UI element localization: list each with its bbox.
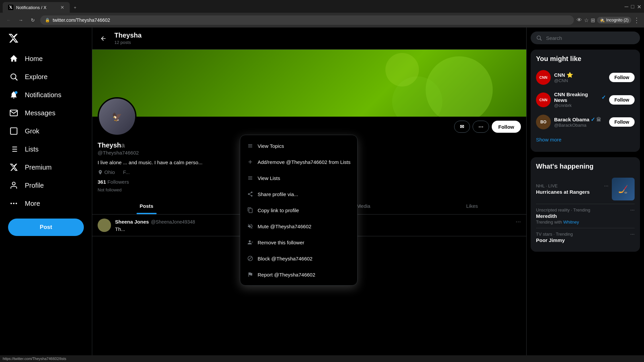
browser-controls: ← → ↻ 🔒 twitter.com/Theysha746602 👁 ☆ ⊞ … bbox=[0, 13, 644, 27]
suggestion-obama-name: Barack Obama ✓ 🏛 bbox=[554, 116, 606, 123]
url-display: twitter.com/Theysha746602 bbox=[53, 17, 110, 23]
more-options-button[interactable]: ⋯ bbox=[473, 121, 489, 133]
menu-item-report[interactable]: Report @Theysha746602 bbox=[240, 266, 357, 283]
lock-icon: 🔒 bbox=[45, 18, 50, 22]
tab-posts[interactable]: Posts bbox=[92, 198, 201, 214]
back-button[interactable]: ← bbox=[4, 15, 13, 25]
profile-header: Theysha 12 posts bbox=[92, 27, 526, 50]
cnn-follow-button[interactable]: Follow bbox=[609, 73, 635, 82]
follow-button[interactable]: Follow bbox=[492, 121, 521, 133]
trending-more-icon[interactable]: ⋯ bbox=[604, 183, 608, 188]
profile-label: Profile bbox=[25, 182, 44, 189]
show-more-button[interactable]: Show more bbox=[536, 133, 635, 146]
home-icon bbox=[9, 54, 18, 63]
sidebar-item-grok[interactable]: Grok bbox=[4, 123, 88, 139]
cnn-breaking-follow-button[interactable]: Follow bbox=[609, 95, 635, 105]
suggestion-obama-handle: @BarackObama bbox=[554, 123, 606, 128]
obama-verified-icon: ✓ bbox=[591, 116, 595, 123]
bookmark-icon[interactable]: ☆ bbox=[584, 17, 589, 23]
menu-item-copy-link[interactable]: Copy link to profile bbox=[240, 202, 357, 218]
trending-meredith-meta: Trending with Whitney bbox=[536, 220, 635, 225]
trending-poor-jimmy-more-icon[interactable]: ⋯ bbox=[630, 232, 635, 237]
search-box[interactable] bbox=[531, 32, 640, 44]
maximize-button[interactable]: □ bbox=[631, 4, 634, 10]
sidebar-item-explore[interactable]: Explore bbox=[4, 68, 88, 85]
minimize-button[interactable]: ─ bbox=[625, 4, 628, 10]
sidebar-item-notifications[interactable]: Notifications bbox=[4, 86, 88, 103]
app-body: Home Explore Notifications Messages bbox=[0, 27, 644, 355]
sidebar-item-premium[interactable]: Premium bbox=[4, 159, 88, 176]
back-button[interactable] bbox=[98, 33, 109, 44]
suggestion-cnn: CNN CNN ⭐ @CNN Follow bbox=[536, 67, 635, 88]
tweet-more-button[interactable]: ⋯ bbox=[516, 219, 521, 225]
sidebar-item-profile[interactable]: Profile bbox=[4, 177, 88, 194]
refresh-button[interactable]: ↻ bbox=[28, 15, 38, 25]
menu-item-view-topics[interactable]: View Topics bbox=[240, 138, 357, 154]
suggestion-cnn-breaking-avatar: CNN bbox=[536, 93, 551, 107]
suggestion-obama-info: Barack Obama ✓ 🏛 @BarackObama bbox=[554, 116, 606, 128]
share-icon bbox=[247, 191, 254, 197]
menu-item-mute[interactable]: Mute @Theysha746602 bbox=[240, 218, 357, 234]
menu-icon[interactable]: ⋮ bbox=[633, 16, 640, 24]
post-button[interactable]: Post bbox=[8, 219, 84, 236]
svg-point-14 bbox=[537, 36, 541, 40]
trending-nhl-category: NHL · LIVE ⋯ bbox=[536, 183, 608, 188]
trending-whitney-link[interactable]: Whitney bbox=[563, 220, 579, 225]
notification-badge bbox=[15, 91, 17, 94]
remove-follower-icon bbox=[247, 239, 254, 246]
view-lists-icon bbox=[247, 175, 254, 181]
messages-label: Messages bbox=[25, 109, 55, 117]
profile-header-posts: 12 posts bbox=[114, 40, 131, 45]
sidebar-item-more[interactable]: More bbox=[4, 195, 88, 212]
trending-item-nhl[interactable]: NHL · LIVE ⋯ Hurricanes at Rangers 🏒 bbox=[536, 174, 635, 204]
sidebar-logo[interactable] bbox=[4, 30, 88, 48]
trending-nhl-image: 🏒 bbox=[612, 178, 635, 200]
browser-tabs: 𝕏 Notifications / X ✕ + ─ □ ✕ bbox=[0, 0, 644, 13]
menu-item-share-profile[interactable]: Share profile via... bbox=[240, 186, 357, 202]
grok-label: Grok bbox=[25, 127, 39, 135]
new-tab-button[interactable]: + bbox=[71, 2, 81, 13]
menu-item-block-label: Block @Theysha746602 bbox=[258, 256, 313, 261]
grok-icon bbox=[9, 127, 18, 135]
tab-likes[interactable]: Likes bbox=[418, 198, 527, 214]
obama-follow-button[interactable]: Follow bbox=[609, 117, 635, 127]
incognito-icon: 🕵 bbox=[600, 18, 605, 22]
context-menu: View Topics Add/remove @Theysha746602 fr… bbox=[240, 135, 358, 286]
sidebar-item-messages[interactable]: Messages bbox=[4, 105, 88, 121]
search-input[interactable] bbox=[546, 35, 635, 41]
more-icon bbox=[9, 199, 18, 208]
tweet-avatar bbox=[98, 219, 111, 232]
suggestion-cnn-avatar: CNN bbox=[536, 70, 551, 85]
trending-item-poor-jimmy[interactable]: TV stars · Trending ⋯ Poor Jimmy bbox=[536, 228, 635, 246]
split-view-icon[interactable]: ⊞ bbox=[591, 17, 595, 23]
address-bar[interactable]: 🔒 twitter.com/Theysha746602 bbox=[40, 15, 574, 25]
explore-icon bbox=[9, 72, 18, 81]
close-window-button[interactable]: ✕ bbox=[637, 4, 641, 10]
trending-meredith-more-icon[interactable]: ⋯ bbox=[630, 207, 635, 213]
menu-item-copy-link-label: Copy link to profile bbox=[258, 207, 299, 213]
trending-item-meredith[interactable]: Unscripted reality · Trending ⋯ Meredith… bbox=[536, 204, 635, 228]
sidebar-item-home[interactable]: Home bbox=[4, 50, 88, 67]
trending-meredith-category: Unscripted reality · Trending ⋯ bbox=[536, 207, 635, 213]
menu-item-remove-follower-label: Remove this follower bbox=[258, 240, 304, 245]
mail-button[interactable]: ✉ bbox=[454, 121, 470, 133]
tab-close-button[interactable]: ✕ bbox=[60, 5, 64, 10]
cnn-verified-icon: ⭐ bbox=[567, 72, 573, 78]
lists-icon bbox=[9, 145, 18, 154]
menu-item-block[interactable]: Block @Theysha746602 bbox=[240, 250, 357, 266]
suggestion-cnn-breaking: CNN CNN Breaking News ✓ @cnnbrk Follow bbox=[536, 88, 635, 111]
suggestion-cnn-info: CNN ⭐ @CNN bbox=[554, 72, 606, 83]
sidebar-item-lists[interactable]: Lists bbox=[4, 141, 88, 158]
menu-item-add-remove-lists[interactable]: Add/remove @Theysha746602 from Lists bbox=[240, 154, 357, 170]
svg-rect-2 bbox=[10, 128, 17, 134]
menu-item-add-lists-label: Add/remove @Theysha746602 from Lists bbox=[258, 159, 351, 165]
incognito-badge[interactable]: 🕵 Incognito (2) bbox=[597, 17, 631, 23]
menu-item-view-lists[interactable]: View Lists bbox=[240, 170, 357, 186]
forward-button[interactable]: → bbox=[16, 15, 25, 25]
active-tab[interactable]: 𝕏 Notifications / X ✕ bbox=[3, 2, 70, 13]
menu-item-share-label: Share profile via... bbox=[258, 191, 298, 197]
menu-item-remove-follower[interactable]: Remove this follower bbox=[240, 234, 357, 250]
whats-happening-title: What's happening bbox=[536, 163, 635, 170]
eye-slash-icon: 👁 bbox=[577, 17, 582, 23]
you-might-like-widget: You might like CNN CNN ⭐ @CNN Follow bbox=[531, 50, 640, 152]
